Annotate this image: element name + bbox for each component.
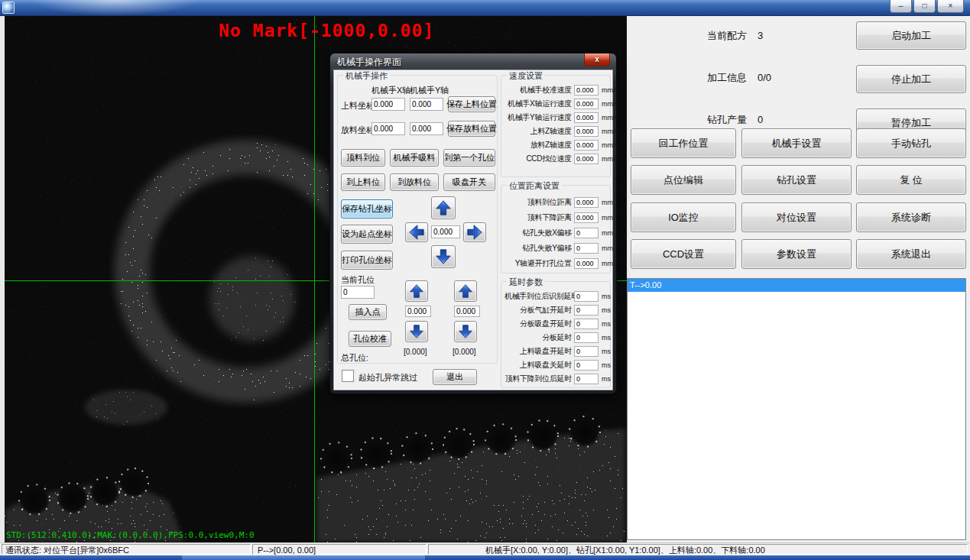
field-label: 分板延时	[504, 332, 572, 343]
spin-a-down-button[interactable]	[405, 321, 428, 342]
field-unit: mm/s	[602, 100, 618, 108]
position-distance-group-title: 位置距离设置	[507, 180, 562, 192]
ccd-settings-button[interactable]: CCD设置	[631, 239, 736, 269]
close-icon[interactable]: ×	[937, 0, 964, 13]
spin-b-up-button[interactable]	[454, 280, 477, 302]
up-arrow-icon	[435, 199, 452, 216]
crosshair-vertical	[314, 16, 315, 542]
field-unit: mm	[602, 260, 613, 267]
speed-settings-group-title: 速度设置	[507, 70, 545, 82]
robot-operation-group-title: 机械手操作	[343, 70, 390, 82]
start-processing-button[interactable]: 启动加工	[856, 21, 966, 50]
load-x-input[interactable]	[371, 98, 405, 111]
save-load-position-button[interactable]: 保存上料位置	[448, 96, 495, 112]
board-vacuum-open-delay-input[interactable]	[574, 319, 599, 329]
mark-status-overlay: No Mark[-1000,0.00]	[219, 21, 434, 40]
return-work-position-button[interactable]: 回工作位置	[631, 128, 736, 158]
cylinder-open-delay-input[interactable]	[574, 305, 599, 316]
fail-y-offset-input[interactable]	[574, 243, 599, 254]
field-unit: mm/s	[602, 128, 618, 135]
current-hole-input[interactable]	[341, 286, 375, 299]
axes-status-cell: 机械手[X:0.00, Y:0.00]、钻孔[X1:0.00, Y1:0.00]…	[428, 544, 968, 555]
jog-down-button[interactable]	[431, 245, 456, 268]
field-label: 分板吸盘开延时	[504, 319, 572, 329]
load-vacuum-close-delay-input[interactable]	[574, 360, 599, 371]
system-exit-button[interactable]: 系统退出	[856, 239, 966, 269]
app-icon	[2, 2, 15, 14]
spin-b-down-button[interactable]	[454, 321, 477, 342]
field-unit: mm/s	[602, 114, 618, 121]
fail-x-offset-input[interactable]	[574, 228, 599, 238]
calib-speed-input[interactable]	[574, 85, 599, 95]
up-arrow-icon	[409, 283, 424, 299]
manual-drill-button[interactable]: 手动钻孔	[856, 128, 966, 158]
skip-abnormal-hole-label: 起始孔异常跳过	[358, 372, 417, 384]
position-distance-group: 位置距离设置 顶料到位距离mm 顶料下降距离mm 钻孔失败X偏移mm 钻孔失败Y…	[501, 185, 611, 274]
log-list-item-selected[interactable]: T-->0.00	[628, 279, 965, 292]
dialog-title[interactable]: 机械手操作界面	[337, 56, 401, 69]
vacuum-switch-button[interactable]: 吸盘开关	[443, 173, 495, 191]
field-label: 钻孔失败X偏移	[504, 228, 572, 238]
push-descend-distance-input[interactable]	[574, 212, 599, 223]
skip-abnormal-hole-checkbox[interactable]	[342, 370, 354, 382]
push-arrive-distance-input[interactable]	[574, 197, 599, 208]
insert-point-button[interactable]: 插入点	[349, 304, 387, 320]
drill-settings-button[interactable]: 钻孔设置	[741, 165, 852, 195]
dialog-close-icon[interactable]: x	[584, 53, 610, 66]
hole-calibration-button[interactable]: 孔位校准	[349, 331, 391, 347]
taskbar-segment	[182, 555, 425, 560]
stop-processing-button[interactable]: 停止加工	[856, 65, 966, 93]
reset-button[interactable]: 复 位	[856, 165, 966, 195]
load-vacuum-open-delay-input[interactable]	[574, 346, 599, 357]
jog-step-input[interactable]	[431, 225, 460, 238]
arrive-recognize-delay-input[interactable]	[574, 291, 599, 302]
drill-output-label: 钻孔产量	[707, 114, 747, 125]
maximize-icon[interactable]: □	[913, 0, 936, 13]
unload-z-speed-input[interactable]	[574, 140, 599, 151]
to-unload-position-button[interactable]: 到放料位	[390, 173, 439, 191]
load-y-input[interactable]	[410, 98, 443, 111]
push-material-button[interactable]: 顶料到位	[341, 149, 385, 167]
process-info-label: 加工信息	[707, 72, 747, 83]
ccd-locate-speed-input[interactable]	[574, 154, 599, 164]
parameter-settings-button[interactable]: 参数设置	[741, 239, 852, 269]
to-load-position-button[interactable]: 到上料位	[341, 173, 385, 191]
spin-a-up-button[interactable]	[405, 280, 428, 302]
board-split-delay-input[interactable]	[574, 332, 599, 343]
load-z-speed-input[interactable]	[574, 126, 599, 137]
current-hole-label: 当前孔位	[341, 274, 375, 286]
window-titlebar[interactable]: – □ ×	[0, 0, 970, 16]
field-label: 机械手到位后识别延时	[504, 291, 572, 302]
field-label: CCD找位速度	[504, 154, 572, 164]
save-drill-coord-button[interactable]: 保存钻孔坐标	[341, 199, 393, 218]
spin-a-input[interactable]	[405, 306, 431, 317]
spin-b-input[interactable]	[454, 306, 480, 317]
save-unload-position-button[interactable]: 保存放料位置	[448, 121, 495, 137]
robot-pick-button[interactable]: 机械手吸料	[390, 149, 439, 167]
unload-y-input[interactable]	[410, 122, 443, 135]
load-coord-label: 上料坐标	[341, 100, 375, 112]
x-run-speed-input[interactable]	[574, 99, 599, 109]
robot-settings-button[interactable]: 机械手设置	[741, 128, 852, 158]
log-list[interactable]: T-->0.00	[627, 278, 966, 540]
jog-up-button[interactable]	[431, 196, 456, 219]
field-unit: ms	[602, 334, 611, 342]
push-descend-after-delay-input[interactable]	[574, 374, 599, 384]
dialog-exit-button[interactable]: 退出	[433, 369, 477, 385]
print-hole-coord-button[interactable]: 打印孔位坐标	[341, 251, 393, 270]
io-monitor-button[interactable]: IO监控	[631, 202, 736, 232]
jog-left-button[interactable]	[405, 222, 428, 242]
unload-x-input[interactable]	[371, 122, 405, 135]
field-unit: ms	[602, 361, 611, 369]
minimize-icon[interactable]: –	[890, 0, 912, 13]
y-run-speed-input[interactable]	[574, 112, 599, 123]
alignment-settings-button[interactable]: 对位设置	[741, 202, 852, 232]
set-origin-coord-button[interactable]: 设为起点坐标	[341, 225, 393, 244]
y-avoid-position-input[interactable]	[574, 258, 599, 269]
field-unit: mm/s	[602, 141, 618, 149]
system-diagnosis-button[interactable]: 系统诊断	[856, 202, 966, 232]
jog-right-button[interactable]	[463, 222, 486, 242]
first-hole-button[interactable]: 到第一个孔位	[443, 149, 495, 167]
field-label: 机械手Y轴运行速度	[504, 112, 572, 123]
point-edit-button[interactable]: 点位编辑	[631, 165, 736, 195]
